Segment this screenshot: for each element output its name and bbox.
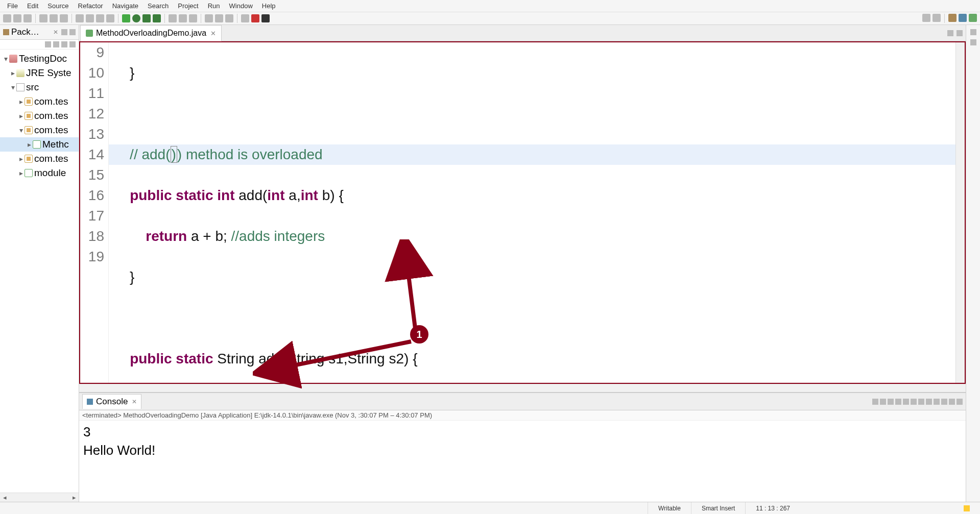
scroll-left-icon[interactable]: ◂ bbox=[0, 494, 9, 501]
menu-navigate[interactable]: Navigate bbox=[108, 1, 142, 11]
minimize-console-icon[interactable] bbox=[949, 399, 955, 405]
line-number: 14 bbox=[80, 144, 104, 165]
open-console-icon[interactable] bbox=[934, 399, 940, 405]
java-file-node[interactable]: ▸Methc bbox=[0, 137, 79, 152]
forward-icon[interactable] bbox=[225, 14, 233, 22]
menu-source[interactable]: Source bbox=[43, 1, 73, 11]
minimize-view-icon[interactable] bbox=[61, 29, 67, 35]
console-tab[interactable]: Console ✕ bbox=[82, 394, 141, 409]
close-console-icon[interactable]: ✕ bbox=[132, 398, 137, 405]
java-ee-perspective-icon[interactable] bbox=[948, 14, 957, 22]
debug-icon[interactable] bbox=[122, 14, 130, 22]
editor-tab-active[interactable]: MethodOverloadingDemo.java ✕ bbox=[80, 25, 222, 41]
open-type-icon[interactable] bbox=[76, 14, 84, 22]
clear-console-icon[interactable] bbox=[895, 399, 901, 405]
editor-tab-bar: MethodOverloadingDemo.java ✕ bbox=[79, 25, 966, 41]
code-keyword: static bbox=[176, 351, 213, 366]
close-tab-icon[interactable]: ✕ bbox=[210, 30, 216, 37]
terminate-icon[interactable] bbox=[872, 399, 878, 405]
menu-refactor[interactable]: Refactor bbox=[74, 1, 107, 11]
menu-window[interactable]: Window bbox=[225, 1, 257, 11]
pin-console-icon[interactable] bbox=[918, 399, 924, 405]
maximize-view-icon[interactable] bbox=[69, 29, 76, 35]
search-toolbar-icon[interactable] bbox=[922, 14, 930, 22]
show-console-icon[interactable] bbox=[911, 399, 917, 405]
code-text: String add(String s1,String s2) { bbox=[213, 351, 418, 366]
line-number: 16 bbox=[80, 185, 104, 206]
editor-horizontal-scrollbar[interactable] bbox=[79, 384, 966, 392]
scroll-lock-icon[interactable] bbox=[903, 399, 909, 405]
display-selected-icon[interactable] bbox=[926, 399, 932, 405]
new-class-icon[interactable] bbox=[60, 14, 68, 22]
open-perspective-icon[interactable] bbox=[933, 14, 941, 22]
new-java-package-icon[interactable] bbox=[179, 14, 187, 22]
menu-search[interactable]: Search bbox=[144, 1, 173, 11]
menu-project[interactable]: Project bbox=[174, 1, 202, 11]
save-all-icon[interactable] bbox=[23, 14, 32, 22]
console-view: Console ✕ <termina bbox=[79, 392, 966, 502]
package-icon bbox=[25, 112, 33, 120]
package-node[interactable]: ▸com.tes bbox=[0, 152, 79, 166]
package-node[interactable]: ▸com.tes bbox=[0, 109, 79, 123]
save-icon[interactable] bbox=[13, 14, 21, 22]
editor-vertical-scrollbar[interactable] bbox=[955, 42, 965, 383]
code-keyword: int bbox=[301, 187, 318, 203]
code-content[interactable]: } // add()) method is overloaded public … bbox=[109, 42, 955, 383]
build-icon[interactable] bbox=[39, 14, 47, 22]
task-list-icon[interactable] bbox=[970, 39, 976, 45]
editor-window-controls bbox=[947, 30, 966, 36]
maximize-console-icon[interactable] bbox=[957, 399, 963, 405]
status-insert-mode: Smart Insert bbox=[691, 502, 745, 514]
package-node[interactable]: ▸com.tes bbox=[0, 94, 79, 109]
sidebar-scrollbar[interactable]: ◂ ▸ bbox=[0, 493, 79, 502]
remove-launch-icon[interactable] bbox=[880, 399, 886, 405]
view-menu-icon[interactable] bbox=[69, 41, 76, 47]
link-editor-icon[interactable] bbox=[53, 41, 59, 47]
package-node-expanded[interactable]: ▾com.tes bbox=[0, 123, 79, 137]
console-output[interactable]: 3 Hello World! bbox=[79, 421, 966, 502]
run-icon[interactable] bbox=[132, 14, 140, 22]
menu-edit[interactable]: Edit bbox=[23, 1, 42, 11]
pin-icon[interactable] bbox=[241, 14, 249, 22]
scroll-right-icon[interactable]: ▸ bbox=[69, 494, 79, 501]
menu-file[interactable]: File bbox=[3, 1, 22, 11]
back-icon[interactable] bbox=[215, 14, 223, 22]
run-last-icon[interactable] bbox=[153, 14, 161, 22]
focus-icon[interactable] bbox=[61, 41, 67, 47]
tip-icon[interactable] bbox=[964, 505, 970, 511]
annotations-icon[interactable] bbox=[96, 14, 104, 22]
close-view-icon[interactable]: ✕ bbox=[53, 29, 58, 36]
package-explorer-tab[interactable]: Pack… ✕ bbox=[0, 25, 79, 40]
project-node[interactable]: ▾TestingDoc bbox=[0, 52, 79, 66]
remove-all-icon[interactable] bbox=[888, 399, 894, 405]
console-line: Hello World! bbox=[83, 441, 962, 459]
src-node[interactable]: ▾src bbox=[0, 80, 79, 94]
module-info-icon bbox=[25, 169, 33, 177]
console-process-info: <terminated> MethodOverloadingDemo [Java… bbox=[79, 410, 966, 421]
new-icon[interactable] bbox=[3, 14, 11, 22]
coverage-icon[interactable] bbox=[142, 14, 151, 22]
minimize-editor-icon[interactable] bbox=[947, 30, 953, 36]
toggle-mark-icon[interactable] bbox=[106, 14, 114, 22]
java-perspective-icon[interactable] bbox=[959, 14, 967, 22]
cloud-icon[interactable] bbox=[261, 14, 270, 22]
last-edit-loc-icon[interactable] bbox=[205, 14, 213, 22]
new-java-class-icon[interactable] bbox=[189, 14, 197, 22]
menu-run[interactable]: Run bbox=[204, 1, 224, 11]
module-node[interactable]: ▸module bbox=[0, 166, 79, 180]
breakpoint-icon[interactable] bbox=[251, 14, 259, 22]
maximize-editor-icon[interactable] bbox=[957, 30, 963, 36]
code-keyword: public bbox=[130, 351, 172, 366]
menubar: File Edit Source Refactor Navigate Searc… bbox=[0, 0, 980, 12]
jre-node[interactable]: ▸JRE Syste bbox=[0, 66, 79, 80]
new-java-project-icon[interactable] bbox=[169, 14, 177, 22]
collapse-all-icon[interactable] bbox=[45, 41, 51, 47]
code-editor[interactable]: 9 10 11 12 13 14 15 16 17 18 19 } // add… bbox=[79, 41, 966, 384]
new-package-icon[interactable] bbox=[50, 14, 58, 22]
search-icon[interactable] bbox=[86, 14, 94, 22]
outline-view-icon[interactable] bbox=[970, 29, 976, 35]
new-console-icon[interactable] bbox=[941, 399, 947, 405]
menu-help[interactable]: Help bbox=[258, 1, 280, 11]
code-comment: // add( bbox=[114, 146, 171, 162]
debug-perspective-icon[interactable] bbox=[969, 14, 977, 22]
